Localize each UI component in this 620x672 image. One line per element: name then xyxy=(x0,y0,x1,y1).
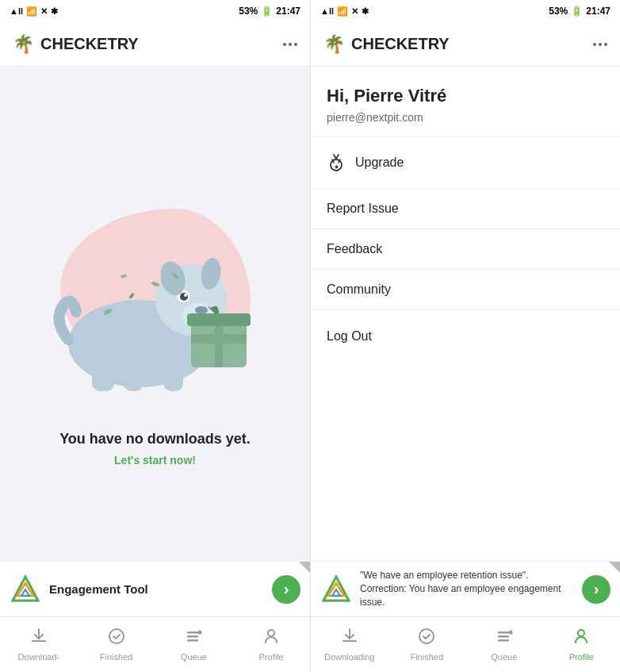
left-palm-icon: 🌴 xyxy=(13,34,34,55)
svg-point-28 xyxy=(198,631,202,635)
upgrade-section: ★ Upgrade xyxy=(311,137,620,189)
left-signal-icon: ▲ll xyxy=(10,6,23,16)
right-ad-logo xyxy=(320,574,352,605)
left-finished-icon xyxy=(108,628,125,650)
left-battery-icon: 🔋 xyxy=(261,6,273,17)
right-app-title: CHECKETRY xyxy=(351,35,450,53)
profile-name: Hi, Pierre Vitré xyxy=(327,86,604,106)
left-nav-queue-label: Queue xyxy=(181,652,207,662)
right-nav-profile[interactable]: Profile xyxy=(543,617,621,672)
svg-point-5 xyxy=(180,293,188,301)
profile-header: Hi, Pierre Vitré pierre@nextpit.com xyxy=(311,67,620,137)
right-signal-icon: ▲ll xyxy=(320,6,334,16)
left-nav-queue[interactable]: Queue xyxy=(155,617,233,672)
svg-point-3 xyxy=(195,306,208,314)
left-nav-download[interactable]: Download- xyxy=(0,617,78,672)
right-status-left: ▲ll 📶 ✕ ✱ xyxy=(320,6,369,17)
right-app-logo: 🌴 CHECKETRY xyxy=(323,34,450,55)
svg-rect-14 xyxy=(215,320,223,367)
right-status-bar: ▲ll 📶 ✕ ✱ 53% 🔋 21:47 xyxy=(311,0,620,22)
right-extra-icon: ✱ xyxy=(362,6,369,17)
right-nav-finished[interactable]: Finished xyxy=(388,617,466,672)
left-illustration-area xyxy=(29,161,282,415)
other-menu-section: Report Issue Feedback Community xyxy=(311,189,620,310)
left-queue-icon xyxy=(185,628,202,650)
svg-point-18 xyxy=(128,293,134,300)
left-app-title: CHECKETRY xyxy=(40,35,139,53)
svg-point-29 xyxy=(268,630,274,636)
left-ad-cta-button[interactable]: › xyxy=(272,575,300,604)
right-nav-finished-label: Finished xyxy=(410,652,443,662)
right-download-icon xyxy=(341,628,358,650)
empty-title: You have no downloads yet. xyxy=(59,431,251,447)
svg-point-35 xyxy=(419,629,434,643)
left-ad-corner xyxy=(299,562,310,573)
logout-item[interactable]: Log Out xyxy=(311,317,620,356)
right-ad-arrow-icon: › xyxy=(594,580,599,598)
right-battery-icon: 🔋 xyxy=(571,6,583,17)
left-nav-profile[interactable]: Profile xyxy=(232,617,310,672)
left-ad-text: Engagement Tool xyxy=(49,582,264,596)
left-dot-1 xyxy=(283,43,286,46)
left-time: 21:47 xyxy=(276,6,300,17)
right-dot-2 xyxy=(599,43,602,46)
svg-rect-38 xyxy=(498,639,509,642)
left-bt-icon: ✕ xyxy=(40,6,48,17)
left-more-button[interactable] xyxy=(283,43,297,46)
right-nav-queue[interactable]: Queue xyxy=(465,617,543,672)
feedback-item[interactable]: Feedback xyxy=(311,229,620,270)
left-nav-finished-label: Finished xyxy=(100,652,133,662)
right-bottom-nav: Downloading Finished Queue xyxy=(311,616,620,672)
svg-text:★: ★ xyxy=(334,163,339,171)
upgrade-menu-item[interactable]: ★ Upgrade xyxy=(311,140,620,185)
svg-rect-11 xyxy=(163,367,183,391)
left-bottom-nav: Download- Finished Queue xyxy=(0,616,310,672)
svg-point-20 xyxy=(120,274,127,278)
left-main-content: You have no downloads yet. Let's start n… xyxy=(0,67,310,561)
left-nav-finished[interactable]: Finished xyxy=(78,617,155,672)
svg-point-6 xyxy=(184,294,187,297)
svg-point-40 xyxy=(578,630,584,636)
right-app-bar: 🌴 CHECKETRY xyxy=(311,22,620,67)
profile-content: Hi, Pierre Vitré pierre@nextpit.com ★ Up… xyxy=(311,67,620,561)
svg-rect-36 xyxy=(498,632,509,634)
right-more-button[interactable] xyxy=(593,43,607,46)
empty-subtitle: Let's start now! xyxy=(114,454,196,467)
right-nav-downloading-label: Downloading xyxy=(324,652,375,662)
profile-email: pierre@nextpit.com xyxy=(327,111,604,124)
right-nav-queue-label: Queue xyxy=(491,652,517,662)
right-panel: ▲ll 📶 ✕ ✱ 53% 🔋 21:47 🌴 CHECKETRY Hi, Pi… xyxy=(310,0,620,672)
svg-rect-9 xyxy=(92,363,114,391)
left-dot-2 xyxy=(289,43,292,46)
medal-icon: ★ xyxy=(327,153,346,172)
right-ad-banner: "We have an employee retention issue". C… xyxy=(311,561,620,616)
report-issue-item[interactable]: Report Issue xyxy=(311,189,620,229)
left-wifi-icon: 📶 xyxy=(26,6,37,17)
right-time: 21:47 xyxy=(586,6,610,17)
right-dot-3 xyxy=(604,43,607,46)
right-finished-icon xyxy=(418,628,435,650)
svg-rect-27 xyxy=(187,639,198,642)
left-profile-icon xyxy=(262,628,280,650)
svg-rect-37 xyxy=(498,636,509,638)
left-panel: ▲ll 📶 ✕ ✱ 53% 🔋 21:47 🌴 CHECKETRY xyxy=(0,0,310,672)
right-ad-cta-button[interactable]: › xyxy=(582,575,610,604)
left-extra-icon: ✱ xyxy=(51,6,58,17)
right-nav-profile-label: Profile xyxy=(569,652,594,662)
left-app-logo: 🌴 CHECKETRY xyxy=(13,34,139,55)
left-status-bar: ▲ll 📶 ✕ ✱ 53% 🔋 21:47 xyxy=(0,0,310,22)
right-nav-downloading[interactable]: Downloading xyxy=(311,617,388,672)
right-palm-icon: 🌴 xyxy=(323,34,345,55)
logout-section: Log Out xyxy=(311,310,620,363)
left-status-right: 53% 🔋 21:47 xyxy=(239,6,300,17)
right-battery-pct: 53% xyxy=(549,6,568,17)
left-app-bar: 🌴 CHECKETRY xyxy=(0,22,310,67)
left-ad-banner: Engagement Tool › xyxy=(0,561,310,616)
svg-rect-15 xyxy=(187,313,251,326)
feedback-label: Feedback xyxy=(327,242,382,255)
community-label: Community xyxy=(327,282,391,296)
logout-label: Log Out xyxy=(327,329,372,343)
left-nav-profile-label: Profile xyxy=(259,652,284,662)
community-item[interactable]: Community xyxy=(311,270,620,309)
right-queue-icon xyxy=(496,628,513,650)
